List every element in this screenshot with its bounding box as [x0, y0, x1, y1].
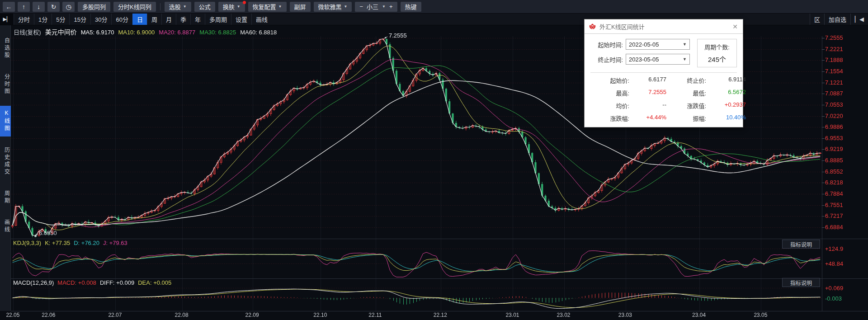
back-icon[interactable]: ← — [3, 2, 15, 12]
tab-30min[interactable]: 30分 — [90, 14, 111, 25]
y-axis-label: 7.0220 — [825, 113, 843, 119]
font-increase-button[interactable]: + — [389, 3, 393, 10]
stats-grid: 起始价:6.6177终止价:6.9114最高:7.2555最低:6.5672均价… — [590, 76, 737, 122]
chevron-down-icon: ▼ — [278, 5, 282, 9]
chevron-down-icon: ▼ — [237, 5, 241, 9]
stat-value: 6.6177 — [629, 76, 667, 85]
close-icon[interactable]: ✕ — [731, 23, 739, 30]
macd-header-part: MACD: +0.008 — [57, 279, 96, 286]
toolbar-separator — [160, 3, 160, 10]
stat-label: 最低: — [667, 89, 706, 97]
x-axis-label: 23.01 — [505, 312, 519, 318]
tab-week[interactable]: 周 — [147, 14, 161, 25]
x-axis-label: 22.08 — [175, 312, 189, 318]
chevron-down-icon[interactable]: ▼ — [683, 57, 687, 61]
tab-quarter[interactable]: 季 — [176, 14, 190, 25]
range-stats-dialog: 外汇K线区间统计 ✕ 起始时间: 2022-05-05 ▼ 终止时间: 2023… — [584, 19, 743, 127]
high-price-annotation: 7.2555 — [389, 32, 407, 39]
tab-5min[interactable]: 5分 — [52, 14, 69, 25]
sidebar-item-kline-chart[interactable]: K线图 — [0, 106, 11, 136]
down-icon[interactable]: ↓ — [33, 2, 45, 12]
restore-config-dropdown[interactable]: 恢复配置▼ — [248, 2, 287, 12]
indicator-axis-label: +124.9 — [825, 245, 843, 252]
region-stats-button[interactable]: 区 — [810, 14, 824, 25]
font-family-dropdown[interactable]: 微软雅黑▼ — [314, 2, 352, 12]
dialog-separator — [590, 72, 737, 73]
end-date-select[interactable]: 2023-05-05 ▼ — [626, 54, 690, 65]
toolbar-button-label: 分时K线同列 — [118, 2, 151, 11]
chart-title: 日线(复权) 美元中间价 MA5: 6.9170MA10: 6.9000MA20… — [14, 27, 277, 36]
tab-day[interactable]: 日 — [132, 14, 147, 25]
sidebar-item-watchlist[interactable]: 自选股 — [0, 33, 11, 63]
hotkey-button[interactable]: 热键 — [401, 2, 421, 12]
y-axis-label: 7.0553 — [825, 101, 843, 108]
sidebar-item-history-trades[interactable]: 历史成交 — [0, 143, 11, 180]
y-axis-label: 7.1888 — [825, 56, 843, 63]
history-clock-icon[interactable]: ◷ — [62, 2, 75, 12]
stat-value: -- — [629, 101, 667, 110]
expand-sidebar-icon[interactable]: ▶▏ — [0, 14, 14, 25]
intraday-kline-columns-button[interactable]: 分时K线同列 — [113, 2, 156, 12]
left-sidebar: 自选股分时图K线图历史成交周期画线 — [0, 25, 11, 311]
multi-stock-columns-button[interactable]: 多股同列 — [78, 2, 110, 12]
chevron-down-icon[interactable]: ▼ — [382, 5, 386, 9]
y-axis-label: 7.1554 — [825, 68, 843, 75]
y-axis-label: 6.6884 — [825, 224, 843, 231]
up-icon[interactable]: ↑ — [18, 2, 30, 12]
toolbar-button-label: 公式 — [199, 2, 211, 11]
tab-year[interactable]: 年 — [190, 14, 205, 25]
font-size-label: 小三 — [367, 2, 378, 11]
low-price-annotation: 6.6550 — [39, 230, 57, 236]
chevron-down-icon[interactable]: ▼ — [683, 42, 687, 47]
period-bar-right: 区 加自选 ▏◀ — [810, 14, 868, 25]
macd-header: MACD(12,26,9)MACD: +0.008DIFF: +0.009DEA… — [13, 279, 171, 286]
dialog-titlebar[interactable]: 外汇K线区间统计 ✕ — [585, 19, 743, 34]
formula-button[interactable]: 公式 — [194, 2, 215, 12]
stat-label: 涨跌幅: — [590, 114, 629, 122]
sidebar-item-period[interactable]: 周期 — [0, 186, 11, 209]
collapse-panel-icon[interactable]: ▏◀ — [850, 14, 868, 25]
tab-settings[interactable]: 设置 — [231, 14, 251, 25]
x-axis-label: 22.12 — [434, 312, 447, 318]
stat-label: 涨跌值: — [667, 101, 706, 110]
tab-1min[interactable]: 1分 — [34, 14, 52, 25]
ma-legend: MA5: 6.9170MA10: 6.9000MA20: 6.8877MA30:… — [81, 29, 277, 36]
font-decrease-button[interactable]: − — [359, 3, 363, 10]
stat-value: +4.44% — [629, 114, 667, 122]
toolbar-button-label: 多股同列 — [82, 2, 106, 11]
start-date-select[interactable]: 2022-05-05 ▼ — [626, 39, 690, 50]
stat-label: 终止价: — [667, 76, 706, 85]
tab-15min[interactable]: 15分 — [69, 14, 90, 25]
sidebar-item-intraday-chart[interactable]: 分时图 — [0, 70, 11, 99]
add-watchlist-button[interactable]: 加自选 — [824, 14, 850, 25]
stat-label: 起始价: — [590, 76, 629, 85]
font-size-control[interactable]: − 小三 ▼ + — [355, 2, 397, 12]
kdj-info-button[interactable]: 指标说明 — [782, 240, 820, 249]
tab-60min[interactable]: 60分 — [111, 14, 132, 25]
y-axis-label: 6.8218 — [825, 179, 843, 186]
tab-month[interactable]: 月 — [161, 14, 176, 25]
tab-intraday[interactable]: 分时 — [14, 14, 34, 25]
stat-label: 振幅: — [667, 114, 706, 122]
period-count-value: 245个 — [708, 54, 726, 64]
ma-legend-item: MA60: 6.8818 — [240, 29, 277, 36]
toolbar-button-label: 恢复配置 — [253, 2, 276, 11]
ma-legend-item: MA30: 6.8825 — [199, 29, 236, 36]
chart-symbol: 美元中间价 — [45, 27, 77, 36]
y-axis-label: 7.0887 — [825, 90, 843, 97]
secondary-screen-button[interactable]: 副屏 — [290, 2, 311, 12]
tab-draw-line[interactable]: 画线 — [251, 14, 272, 25]
macd-header-part: DIFF: +0.009 — [100, 279, 134, 286]
stock-picker-dropdown[interactable]: 选股▼ — [165, 2, 191, 12]
period-tab-group: 分时1分5分15分30分60分日周月季年多周期设置画线 — [14, 14, 272, 25]
sidebar-item-draw-line[interactable]: 画线 — [0, 215, 11, 238]
nav-icon-group: ←↑↓↻◷ — [3, 2, 75, 12]
tab-multi-period[interactable]: 多周期 — [205, 14, 231, 25]
ma-legend-item: MA10: 6.9000 — [118, 29, 155, 36]
macd-info-button[interactable]: 指标说明 — [782, 278, 820, 287]
y-axis-label: 7.2221 — [825, 46, 843, 52]
skin-dropdown[interactable]: 换肤▼ — [218, 2, 245, 12]
refresh-icon[interactable]: ↻ — [47, 2, 60, 12]
kdj-header-part: K: +77.35 — [45, 240, 70, 246]
start-date-value: 2022-05-05 — [629, 41, 683, 48]
